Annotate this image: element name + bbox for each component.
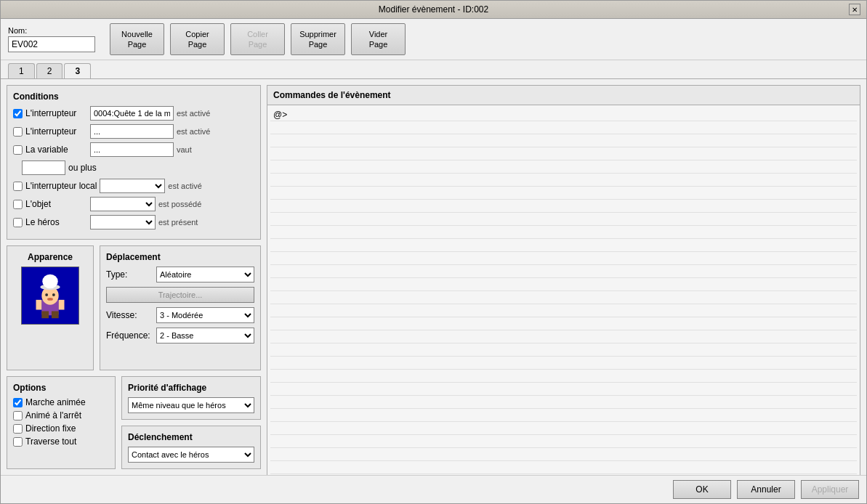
svg-rect-3 (36, 300, 42, 310)
coller-page-button[interactable]: CollerPage (230, 23, 285, 55)
command-line-16 (270, 317, 857, 330)
supprimer-page-button[interactable]: SupprimerPage (291, 23, 345, 55)
nouvelle-page-button[interactable]: NouvellePage (110, 23, 164, 55)
command-line-23 (270, 409, 857, 422)
svg-rect-4 (59, 300, 65, 310)
option-traverse-checkbox[interactable] (13, 437, 23, 447)
priorite-section: Priorité d'affichage Sous le héros Même … (121, 376, 261, 420)
sprite-preview[interactable] (21, 267, 79, 325)
command-line-21 (270, 383, 857, 396)
option-marche-row: Marche animée (13, 397, 109, 407)
condition-local-row: L'interrupteur local est activé (13, 179, 254, 193)
close-button[interactable]: ✕ (849, 4, 860, 15)
condition-row-2: L'interrupteur est activé (13, 124, 254, 139)
priorite-select[interactable]: Sous le héros Même niveau que le héros S… (128, 397, 254, 413)
frequence-row: Fréquence: 1 - Très basse 2 - Basse 3 - … (106, 328, 254, 344)
sprite-svg (22, 267, 78, 325)
appliquer-button[interactable]: Appliquer (801, 480, 859, 499)
option-arret-label: Animé à l'arrêt (25, 410, 81, 420)
declenchement-select[interactable]: Contact avec le héros Touche Action Auto… (128, 447, 254, 463)
condition-2-input[interactable] (90, 124, 174, 139)
tab-2[interactable]: 2 (36, 63, 63, 78)
command-line-18 (270, 344, 857, 357)
option-direction-row: Direction fixe (13, 423, 109, 434)
command-line-15 (270, 304, 857, 317)
condition-objet-checkbox[interactable] (13, 200, 23, 209)
deplacement-title: Déplacement (106, 252, 254, 262)
commands-area[interactable]: @> (267, 105, 860, 475)
copier-page-button[interactable]: CopierPage (170, 23, 225, 55)
apparence-section: Apparence (7, 245, 94, 370)
vider-page-button[interactable]: ViderPage (351, 23, 406, 55)
ok-button[interactable]: OK (673, 480, 731, 499)
command-line-27 (270, 461, 857, 474)
main-content: Conditions L'interrupteur est activé L'i… (1, 79, 866, 475)
commands-panel: Commandes de l'évènement @> (267, 85, 860, 475)
condition-1-suffix: est activé (177, 109, 210, 118)
type-select[interactable]: Aléatoire Fixe Va-et-vient Personnalisé (156, 267, 254, 283)
condition-local-select[interactable] (100, 179, 165, 193)
title-bar: Modifier évènement - ID:002 ✕ (1, 1, 866, 19)
deplacement-section: Déplacement Type: Aléatoire Fixe Va-et-v… (100, 245, 261, 370)
options-title: Options (13, 383, 109, 393)
option-arret-row: Animé à l'arrêt (13, 410, 109, 420)
command-line-20 (270, 370, 857, 383)
options-section: Options Marche animée Animé à l'arrêt Di… (7, 376, 116, 469)
vitesse-select[interactable]: 1 - Très lente 2 - Lente 3 - Modérée 4 -… (156, 307, 254, 323)
conditions-title: Conditions (13, 92, 254, 102)
command-line-14 (270, 291, 857, 304)
condition-1-input[interactable] (90, 106, 174, 121)
command-line-12 (270, 265, 857, 278)
command-line-17 (270, 330, 857, 344)
commands-title: Commandes de l'évènement (267, 86, 860, 105)
command-line-6 (270, 187, 857, 200)
window-title: Modifier évènement - ID:002 (18, 4, 849, 15)
condition-2-checkbox[interactable] (13, 127, 23, 137)
toolbar: Nom: NouvellePage CopierPage CollerPage … (1, 19, 866, 60)
ou-plus-label: ou plus (68, 163, 97, 173)
tab-1[interactable]: 1 (8, 63, 35, 78)
name-section: Nom: (8, 26, 95, 52)
ou-plus-row: ou plus (13, 160, 254, 175)
condition-heros-select[interactable] (90, 215, 156, 229)
frequence-select[interactable]: 1 - Très basse 2 - Basse 3 - Normale 4 -… (156, 328, 254, 344)
command-line-5 (270, 174, 857, 187)
condition-3-input[interactable] (90, 142, 174, 157)
vitesse-row: Vitesse: 1 - Très lente 2 - Lente 3 - Mo… (106, 307, 254, 323)
option-marche-checkbox[interactable] (13, 398, 23, 407)
command-line-4 (270, 160, 857, 174)
condition-local-suffix: est activé (168, 182, 201, 190)
condition-1-label: L'interrupteur (25, 108, 87, 118)
declenchement-title: Déclenchement (128, 432, 254, 442)
name-input[interactable] (8, 36, 95, 52)
condition-local-label: L'interrupteur local (25, 181, 97, 191)
apparence-title: Apparence (28, 252, 73, 262)
option-arret-checkbox[interactable] (13, 411, 23, 420)
condition-heros-label: Le héros (25, 217, 87, 227)
option-direction-checkbox[interactable] (13, 424, 23, 434)
command-line-25 (270, 435, 857, 448)
tab-3[interactable]: 3 (64, 63, 91, 78)
condition-local-checkbox[interactable] (13, 182, 23, 191)
condition-row-1: L'interrupteur est activé (13, 106, 254, 121)
condition-objet-select[interactable] (90, 197, 156, 211)
svg-rect-1 (41, 311, 49, 318)
condition-3-label: La variable (25, 145, 87, 155)
ou-plus-input[interactable] (22, 160, 65, 175)
option-traverse-row: Traverse tout (13, 436, 109, 447)
right-panel: Commandes de l'évènement @> (267, 85, 860, 469)
command-line-11 (270, 252, 857, 265)
command-line-10 (270, 239, 857, 252)
condition-2-suffix: est activé (177, 127, 210, 136)
trajectoire-button[interactable]: Trajectoire... (106, 287, 254, 303)
command-line-8 (270, 213, 857, 226)
annuler-button[interactable]: Annuler (737, 480, 795, 499)
condition-1-checkbox[interactable] (13, 109, 23, 118)
command-line-1 (270, 121, 857, 134)
left-panel: Conditions L'interrupteur est activé L'i… (7, 85, 261, 469)
command-line-2 (270, 134, 857, 147)
condition-3-checkbox[interactable] (13, 145, 23, 155)
main-window: Modifier évènement - ID:002 ✕ Nom: Nouve… (0, 0, 867, 504)
condition-heros-checkbox[interactable] (13, 218, 23, 227)
type-row: Type: Aléatoire Fixe Va-et-vient Personn… (106, 267, 254, 283)
